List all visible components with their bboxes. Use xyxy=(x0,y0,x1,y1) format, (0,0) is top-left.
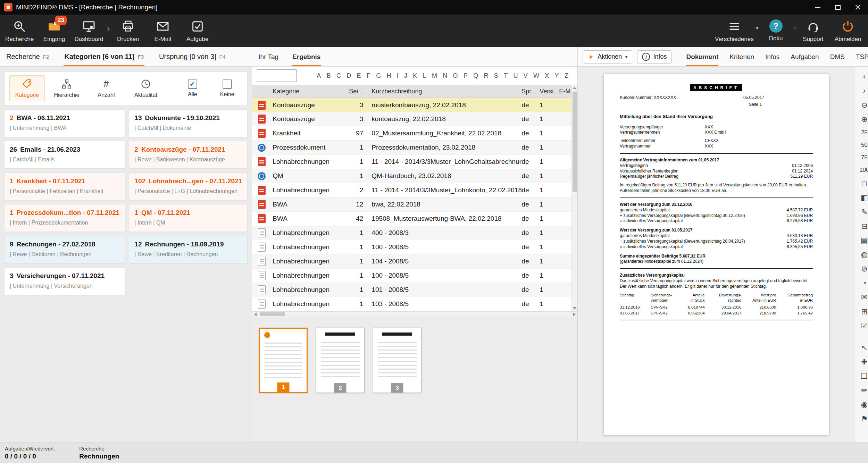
verschiedenes-button[interactable]: Verschiedenes xyxy=(713,19,755,43)
page-thumbnail[interactable]: 2 xyxy=(316,328,365,393)
vertical-scroll-thumb[interactable] xyxy=(573,92,577,192)
fit-page-icon[interactable]: □ xyxy=(855,176,868,191)
send-mail-icon[interactable]: ✉ xyxy=(855,290,868,304)
table-row[interactable]: BWA 12 bwa, 22.02.2018 de 1 xyxy=(252,197,571,212)
support-button[interactable]: Support xyxy=(796,19,831,43)
select-none-checkbox[interactable]: Keine xyxy=(212,79,242,98)
alphabet-letter[interactable]: E xyxy=(357,72,361,79)
toolbar-expand-icon[interactable]: › xyxy=(107,23,110,39)
table-row[interactable]: QM 1 QM-Handbuch, 23.02.2018 de 1 xyxy=(252,169,571,183)
print-settings-icon[interactable]: ⊞ xyxy=(855,304,868,319)
abmelden-button[interactable]: Abmelden xyxy=(831,19,865,43)
comment-icon[interactable]: ❏ xyxy=(855,369,868,383)
zoom-75-button[interactable]: 75 xyxy=(855,151,868,164)
category-card[interactable]: 1Prozessdokum...tion - 07.11.2021 | Inte… xyxy=(4,204,125,232)
category-card[interactable]: 2BWA - 06.11.2021 | Unternehmung | BWA xyxy=(4,109,125,137)
alphabet-letter[interactable]: D xyxy=(347,72,351,79)
category-card[interactable]: 26Emails - 21.06.2023 | CatchAll | Email… xyxy=(4,141,125,169)
alphabet-letter[interactable]: T xyxy=(504,72,508,79)
alphabet-letter[interactable]: Y xyxy=(555,72,559,79)
category-card[interactable]: 102Lohnabrech...gen - 07.11.2021 | Perso… xyxy=(129,172,248,200)
horizontal-scrollbar[interactable] xyxy=(252,311,577,317)
scroll-right-arrow[interactable] xyxy=(571,312,577,317)
category-card[interactable]: 2Kontoauszüge - 07.11.2021 | Rewe | Bank… xyxy=(129,141,248,169)
alphabet-letter[interactable]: P xyxy=(464,72,468,79)
filter-hierarchie[interactable]: Hierarchie xyxy=(49,75,84,101)
alphabet-letter[interactable]: W xyxy=(533,72,539,79)
close-button[interactable] xyxy=(848,0,868,15)
scroll-left-arrow[interactable] xyxy=(252,312,258,317)
category-card[interactable]: 3Versicherungen - 07.11.2021 | Unternehm… xyxy=(4,267,125,295)
tab-ursprung[interactable]: Ursprung [0 von 3] F4 xyxy=(158,47,226,66)
doku-button[interactable]: ? Doku xyxy=(759,19,793,42)
eingang-button[interactable]: 23 Eingang xyxy=(37,19,72,43)
table-row[interactable]: Kontoauszüge 3 musterkontoauszug, 22.02.… xyxy=(252,98,571,112)
alphabet-letter[interactable]: U xyxy=(513,72,518,79)
alphabet-letter[interactable]: X xyxy=(545,72,549,79)
alphabet-letter[interactable]: Z xyxy=(565,72,568,79)
alphabet-letter[interactable]: I xyxy=(397,72,399,79)
email-button[interactable]: E-Mail xyxy=(145,19,180,43)
chevron-left-icon[interactable]: ‹ xyxy=(855,69,868,84)
alphabet-letter[interactable]: O xyxy=(453,72,458,79)
column-header-email[interactable]: E-M... xyxy=(559,88,571,95)
print-icon[interactable]: ⊟ xyxy=(855,219,868,233)
minimize-button[interactable] xyxy=(808,0,828,15)
tab-ergebnis[interactable]: Ergebnis xyxy=(292,47,321,66)
alphabet-letter[interactable]: K xyxy=(413,72,417,79)
scroll-down-arrow[interactable] xyxy=(572,305,577,311)
search-input[interactable] xyxy=(257,69,297,82)
column-header-sprache[interactable]: Spr... xyxy=(521,88,540,95)
zoom-in-icon[interactable]: ⊕ xyxy=(855,112,868,126)
alphabet-letter[interactable]: Q xyxy=(473,72,478,79)
about-icon[interactable]: ◍ xyxy=(855,247,868,262)
tab-kriterien[interactable]: Kriterien xyxy=(729,47,754,66)
column-header-kurzbeschreibung[interactable]: Kurzbeschreibung xyxy=(367,88,521,95)
category-card[interactable]: 13Dokumente - 19.10.2021 | CatchAll | Do… xyxy=(129,109,248,137)
column-header-kategorie[interactable]: Kategorie xyxy=(271,88,342,95)
alphabet-letter[interactable]: C xyxy=(336,72,341,79)
alphabet-letter[interactable]: A xyxy=(317,72,321,79)
table-row[interactable]: Lohnabrechnungen 1 104 - 2008/5 de 1 xyxy=(252,254,571,269)
tab-kategorien[interactable]: Kategorien [6 von 11] F3 xyxy=(64,47,144,66)
table-row[interactable]: Lohnabrechnungen 1 400 - 2008/3 de 1 xyxy=(252,226,571,240)
alphabet-letter[interactable]: V xyxy=(524,72,528,79)
zoom-25-button[interactable]: 25 xyxy=(855,126,868,139)
tab-aufgaben[interactable]: Aufgaben xyxy=(791,47,819,66)
column-header-version[interactable]: Versi... xyxy=(540,88,559,95)
zoom-100-button[interactable]: 100 xyxy=(855,164,868,176)
table-row[interactable]: Lohnabrechnungen 1 11 - 2014 - 2014/3/3M… xyxy=(252,155,571,169)
alphabet-letter[interactable]: B xyxy=(327,72,331,79)
tab-infos[interactable]: Infos xyxy=(765,47,779,66)
alphabet-letter[interactable]: F xyxy=(367,72,370,79)
filter-kategorie[interactable]: Kategorie xyxy=(9,75,45,101)
category-card[interactable]: 1Krankheit - 07.11.2021 | Personalakte |… xyxy=(4,172,125,200)
pin-icon[interactable]: ✚ xyxy=(855,355,868,369)
filter-aktualitaet[interactable]: Aktualität xyxy=(128,75,164,101)
horizontal-scroll-thumb[interactable] xyxy=(260,312,285,316)
alphabet-letter[interactable]: J xyxy=(404,72,407,79)
preview-eye-icon[interactable]: ◉ xyxy=(855,397,868,412)
tab-dokument[interactable]: Dokument xyxy=(686,47,718,66)
alphabet-letter[interactable]: N xyxy=(443,72,447,79)
table-row[interactable]: Lohnabrechnungen 1 103 - 2008/5 de 1 xyxy=(252,297,571,311)
alphabet-letter[interactable]: L xyxy=(423,72,426,79)
table-row[interactable]: Lohnabrechnungen 1 100 - 2008/5 de 1 xyxy=(252,269,571,283)
annotate-pencil-icon[interactable]: ✏ xyxy=(855,383,868,397)
filter-anzahl[interactable]: # Anzahl xyxy=(89,75,124,101)
category-card[interactable]: 1QM - 07.11.2021 | Intern | QM xyxy=(129,204,248,232)
page-thumbnail[interactable]: 3 xyxy=(373,328,422,393)
alphabet-letter[interactable]: R xyxy=(484,72,489,79)
recherche-button[interactable]: Recherche xyxy=(2,19,37,43)
zoom-out-icon[interactable]: ⊖ xyxy=(855,98,868,112)
table-row[interactable]: Prozessdokument 1 Prozessdokumentation, … xyxy=(252,141,571,155)
maximize-button[interactable] xyxy=(828,0,848,15)
alphabet-letter[interactable]: S xyxy=(494,72,498,79)
tab-ihr-tag[interactable]: Ihr Tag xyxy=(258,47,279,66)
scroll-up-arrow[interactable] xyxy=(572,85,577,91)
aufgabe-button[interactable]: Aufgabe xyxy=(180,19,215,43)
dashboard-button[interactable]: Dashboard xyxy=(72,19,106,43)
table-row[interactable]: Kontoauszüge 3 kontoauszug, 22.02.2018 d… xyxy=(252,112,571,126)
fit-width-icon[interactable]: ◧ xyxy=(855,191,868,205)
drucken-button[interactable]: Drucken xyxy=(111,19,145,43)
